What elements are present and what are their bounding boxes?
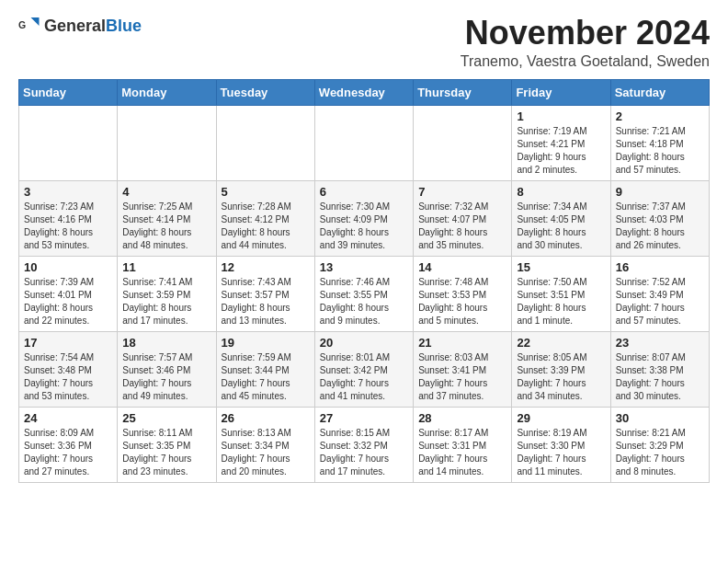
day-cell: 7Sunrise: 7:32 AM Sunset: 4:07 PM Daylig…: [414, 180, 512, 256]
day-cell: [314, 105, 413, 180]
generalblue-logo-icon: G: [18, 15, 40, 37]
col-thursday: Thursday: [414, 79, 512, 105]
calendar-body: 1Sunrise: 7:19 AM Sunset: 4:21 PM Daylig…: [19, 105, 710, 482]
day-number: 5: [222, 185, 310, 199]
day-number: 7: [418, 185, 506, 199]
day-number: 12: [222, 260, 310, 274]
calendar-title: November 2024: [461, 15, 710, 52]
day-info: Sunrise: 7:46 AM Sunset: 3:55 PM Dayligh…: [320, 276, 408, 327]
day-cell: [118, 105, 216, 180]
day-info: Sunrise: 7:39 AM Sunset: 4:01 PM Dayligh…: [24, 276, 112, 327]
day-cell: 20Sunrise: 8:01 AM Sunset: 3:42 PM Dayli…: [314, 331, 413, 407]
day-cell: 19Sunrise: 7:59 AM Sunset: 3:44 PM Dayli…: [216, 331, 314, 407]
logo-blue: Blue: [106, 17, 142, 35]
day-number: 29: [517, 411, 605, 425]
day-info: Sunrise: 7:21 AM Sunset: 4:18 PM Dayligh…: [616, 125, 704, 177]
day-cell: 14Sunrise: 7:48 AM Sunset: 3:53 PM Dayli…: [414, 256, 512, 331]
day-info: Sunrise: 7:54 AM Sunset: 3:48 PM Dayligh…: [24, 351, 112, 403]
day-cell: 1Sunrise: 7:19 AM Sunset: 4:21 PM Daylig…: [512, 105, 610, 180]
day-number: 16: [616, 260, 704, 274]
day-number: 3: [24, 185, 112, 199]
logo-general: General: [44, 17, 106, 35]
day-number: 20: [320, 336, 408, 350]
day-cell: 15Sunrise: 7:50 AM Sunset: 3:51 PM Dayli…: [512, 256, 610, 331]
day-number: 15: [517, 260, 605, 274]
day-cell: 2Sunrise: 7:21 AM Sunset: 4:18 PM Daylig…: [610, 105, 709, 180]
day-cell: 3Sunrise: 7:23 AM Sunset: 4:16 PM Daylig…: [19, 180, 118, 256]
day-cell: 28Sunrise: 8:17 AM Sunset: 3:31 PM Dayli…: [414, 407, 512, 482]
day-number: 17: [24, 336, 112, 350]
title-area: November 2024 Tranemo, Vaestra Goetaland…: [461, 15, 710, 70]
day-cell: 30Sunrise: 8:21 AM Sunset: 3:29 PM Dayli…: [610, 407, 709, 482]
day-cell: 9Sunrise: 7:37 AM Sunset: 4:03 PM Daylig…: [610, 180, 709, 256]
day-info: Sunrise: 7:19 AM Sunset: 4:21 PM Dayligh…: [517, 125, 605, 177]
day-cell: 10Sunrise: 7:39 AM Sunset: 4:01 PM Dayli…: [19, 256, 118, 331]
day-info: Sunrise: 8:11 AM Sunset: 3:35 PM Dayligh…: [122, 427, 210, 478]
day-cell: [19, 105, 118, 180]
day-info: Sunrise: 7:25 AM Sunset: 4:14 PM Dayligh…: [122, 201, 210, 252]
day-cell: 18Sunrise: 7:57 AM Sunset: 3:46 PM Dayli…: [118, 331, 216, 407]
day-cell: 13Sunrise: 7:46 AM Sunset: 3:55 PM Dayli…: [314, 256, 413, 331]
col-tuesday: Tuesday: [216, 79, 314, 105]
day-info: Sunrise: 7:59 AM Sunset: 3:44 PM Dayligh…: [222, 351, 310, 403]
day-info: Sunrise: 7:57 AM Sunset: 3:46 PM Dayligh…: [122, 351, 210, 403]
day-number: 1: [517, 109, 605, 123]
day-number: 23: [616, 336, 704, 350]
calendar-header: Sunday Monday Tuesday Wednesday Thursday…: [19, 79, 710, 105]
day-info: Sunrise: 8:07 AM Sunset: 3:38 PM Dayligh…: [616, 351, 704, 403]
day-cell: 11Sunrise: 7:41 AM Sunset: 3:59 PM Dayli…: [118, 256, 216, 331]
day-info: Sunrise: 7:43 AM Sunset: 3:57 PM Dayligh…: [222, 276, 310, 327]
day-cell: 23Sunrise: 8:07 AM Sunset: 3:38 PM Dayli…: [610, 331, 709, 407]
day-cell: 29Sunrise: 8:19 AM Sunset: 3:30 PM Dayli…: [512, 407, 610, 482]
day-info: Sunrise: 8:03 AM Sunset: 3:41 PM Dayligh…: [418, 351, 506, 403]
day-info: Sunrise: 8:17 AM Sunset: 3:31 PM Dayligh…: [418, 427, 506, 478]
day-cell: 24Sunrise: 8:09 AM Sunset: 3:36 PM Dayli…: [19, 407, 118, 482]
day-cell: 8Sunrise: 7:34 AM Sunset: 4:05 PM Daylig…: [512, 180, 610, 256]
week-row-3: 10Sunrise: 7:39 AM Sunset: 4:01 PM Dayli…: [19, 256, 710, 331]
day-number: 19: [222, 336, 310, 350]
day-number: 28: [418, 411, 506, 425]
col-saturday: Saturday: [610, 79, 709, 105]
week-row-4: 17Sunrise: 7:54 AM Sunset: 3:48 PM Dayli…: [19, 331, 710, 407]
day-cell: 21Sunrise: 8:03 AM Sunset: 3:41 PM Dayli…: [414, 331, 512, 407]
day-cell: [414, 105, 512, 180]
day-info: Sunrise: 8:09 AM Sunset: 3:36 PM Dayligh…: [24, 427, 112, 478]
day-info: Sunrise: 8:01 AM Sunset: 3:42 PM Dayligh…: [320, 351, 408, 403]
day-number: 24: [24, 411, 112, 425]
day-cell: 6Sunrise: 7:30 AM Sunset: 4:09 PM Daylig…: [314, 180, 413, 256]
day-number: 21: [418, 336, 506, 350]
day-number: 25: [122, 411, 210, 425]
day-info: Sunrise: 8:05 AM Sunset: 3:39 PM Dayligh…: [517, 351, 605, 403]
day-info: Sunrise: 7:41 AM Sunset: 3:59 PM Dayligh…: [122, 276, 210, 327]
logo: G GeneralBlue: [18, 15, 142, 37]
day-info: Sunrise: 7:37 AM Sunset: 4:03 PM Dayligh…: [616, 201, 704, 252]
day-cell: 5Sunrise: 7:28 AM Sunset: 4:12 PM Daylig…: [216, 180, 314, 256]
calendar-table: Sunday Monday Tuesday Wednesday Thursday…: [18, 79, 710, 483]
day-cell: [216, 105, 314, 180]
day-cell: 16Sunrise: 7:52 AM Sunset: 3:49 PM Dayli…: [610, 256, 709, 331]
day-number: 2: [616, 109, 704, 123]
day-cell: 25Sunrise: 8:11 AM Sunset: 3:35 PM Dayli…: [118, 407, 216, 482]
day-info: Sunrise: 7:30 AM Sunset: 4:09 PM Dayligh…: [320, 201, 408, 252]
week-row-2: 3Sunrise: 7:23 AM Sunset: 4:16 PM Daylig…: [19, 180, 710, 256]
day-info: Sunrise: 7:34 AM Sunset: 4:05 PM Dayligh…: [517, 201, 605, 252]
col-sunday: Sunday: [19, 79, 118, 105]
weekday-row: Sunday Monday Tuesday Wednesday Thursday…: [19, 79, 710, 105]
logo-text: GeneralBlue: [44, 17, 142, 36]
col-wednesday: Wednesday: [314, 79, 413, 105]
day-number: 18: [122, 336, 210, 350]
day-info: Sunrise: 7:28 AM Sunset: 4:12 PM Dayligh…: [222, 201, 310, 252]
day-cell: 22Sunrise: 8:05 AM Sunset: 3:39 PM Dayli…: [512, 331, 610, 407]
svg-marker-1: [31, 17, 40, 26]
day-number: 13: [320, 260, 408, 274]
day-number: 4: [122, 185, 210, 199]
day-number: 22: [517, 336, 605, 350]
col-friday: Friday: [512, 79, 610, 105]
day-info: Sunrise: 8:15 AM Sunset: 3:32 PM Dayligh…: [320, 427, 408, 478]
day-number: 30: [616, 411, 704, 425]
day-info: Sunrise: 7:48 AM Sunset: 3:53 PM Dayligh…: [418, 276, 506, 327]
week-row-1: 1Sunrise: 7:19 AM Sunset: 4:21 PM Daylig…: [19, 105, 710, 180]
svg-text:G: G: [18, 19, 26, 30]
header: G GeneralBlue November 2024 Tranemo, Vae…: [18, 15, 710, 70]
week-row-5: 24Sunrise: 8:09 AM Sunset: 3:36 PM Dayli…: [19, 407, 710, 482]
